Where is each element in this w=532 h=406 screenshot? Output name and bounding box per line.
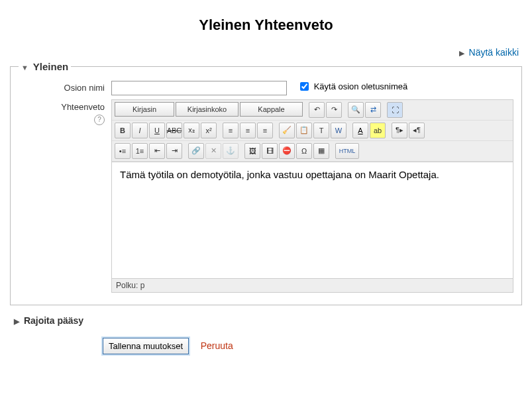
replace-button[interactable]: ⇄ <box>365 102 381 118</box>
chevron-down-icon: ▼ <box>21 64 28 72</box>
page-title: Yleinen Yhteenveto <box>10 17 522 34</box>
table-button[interactable]: ▦ <box>313 143 329 159</box>
ltr-button[interactable]: ¶▸ <box>392 123 407 138</box>
help-icon[interactable]: ? <box>94 115 105 125</box>
ol-button[interactable]: 1≡ <box>132 143 148 159</box>
redo-button[interactable]: ↷ <box>326 102 342 118</box>
font-family-select[interactable]: Kirjasin <box>115 102 174 117</box>
format-select[interactable]: Kappale <box>240 102 303 117</box>
rich-text-editor: Kirjasin Kirjasinkoko Kappale ↶ ↷ 🔍 ⇄ ⛶ … <box>111 99 513 293</box>
chevron-right-icon: ▶ <box>459 49 464 57</box>
restrict-access-label: Rajoita pääsy <box>24 315 83 326</box>
indent-button[interactable]: ⇥ <box>166 143 182 159</box>
paste-button[interactable]: 📋 <box>296 123 312 138</box>
editor-path: Polku: p <box>112 278 513 292</box>
unlink-button[interactable]: ✕ <box>205 143 221 159</box>
section-name-input[interactable] <box>111 81 287 95</box>
find-button[interactable]: 🔍 <box>348 102 364 118</box>
section-name-label: Osion nimi <box>19 80 111 93</box>
bg-color-button[interactable]: ab <box>370 123 386 138</box>
paste-word-button[interactable]: W <box>331 123 346 138</box>
undo-button[interactable]: ↶ <box>309 102 325 118</box>
anchor-button[interactable]: ⚓ <box>223 143 239 159</box>
general-legend[interactable]: ▼ Yleinen <box>19 61 71 72</box>
toolbar-row-1: Kirjasin Kirjasinkoko Kappale ↶ ↷ 🔍 ⇄ ⛶ <box>112 100 513 121</box>
chevron-right-icon: ▶ <box>14 317 19 325</box>
toolbar-row-2: B I U ABC x₂ x² ≡ ≡ ≡ 🧹 📋 T W A <box>112 121 513 141</box>
specialchar-button[interactable]: Ω <box>296 143 312 159</box>
expand-all-link[interactable]: ▶ Näytä kaikki <box>459 47 519 58</box>
general-fieldset: ▼ Yleinen Osion nimi Käytä osion oletusn… <box>10 61 522 305</box>
embed-button[interactable]: ⛔ <box>279 143 295 159</box>
summary-label: Yhteenveto <box>19 102 105 112</box>
fullscreen-button[interactable]: ⛶ <box>387 102 403 118</box>
expand-all-label: Näytä kaikki <box>469 47 519 58</box>
superscript-button[interactable]: x² <box>201 123 217 138</box>
underline-button[interactable]: U <box>149 123 165 138</box>
align-right-button[interactable]: ≡ <box>257 123 273 138</box>
editor-content[interactable]: Tämä työtila on demotyötila, jonka vastu… <box>112 162 513 278</box>
align-left-button[interactable]: ≡ <box>223 123 239 138</box>
ul-button[interactable]: •≡ <box>115 143 131 159</box>
media-button[interactable]: 🎞 <box>262 143 278 159</box>
use-default-name-label: Käytä osion oletusnimeä <box>314 81 408 91</box>
paste-text-button[interactable]: T <box>313 123 329 138</box>
rtl-button[interactable]: ◂¶ <box>409 123 425 138</box>
outdent-button[interactable]: ⇤ <box>149 143 165 159</box>
toolbar-row-3: •≡ 1≡ ⇤ ⇥ 🔗 ✕ ⚓ 🖼 🎞 ⛔ Ω ▦ HTML <box>112 141 513 162</box>
italic-button[interactable]: I <box>132 123 148 138</box>
save-button[interactable]: Tallenna muutokset <box>103 338 189 354</box>
image-button[interactable]: 🖼 <box>244 143 260 159</box>
subscript-button[interactable]: x₂ <box>184 123 199 138</box>
text-color-button[interactable]: A <box>352 123 368 138</box>
strike-button[interactable]: ABC <box>166 123 182 138</box>
general-legend-text: Yleinen <box>33 61 68 72</box>
use-default-name-checkbox[interactable] <box>300 82 309 91</box>
restrict-access-toggle[interactable]: ▶ Rajoita pääsy <box>14 315 522 326</box>
bold-button[interactable]: B <box>115 123 131 138</box>
cleanup-button[interactable]: 🧹 <box>279 123 295 138</box>
link-button[interactable]: 🔗 <box>188 143 204 159</box>
align-center-button[interactable]: ≡ <box>240 123 256 138</box>
html-button[interactable]: HTML <box>335 143 359 159</box>
font-size-select[interactable]: Kirjasinkoko <box>176 102 239 117</box>
cancel-link[interactable]: Peruuta <box>201 340 233 351</box>
